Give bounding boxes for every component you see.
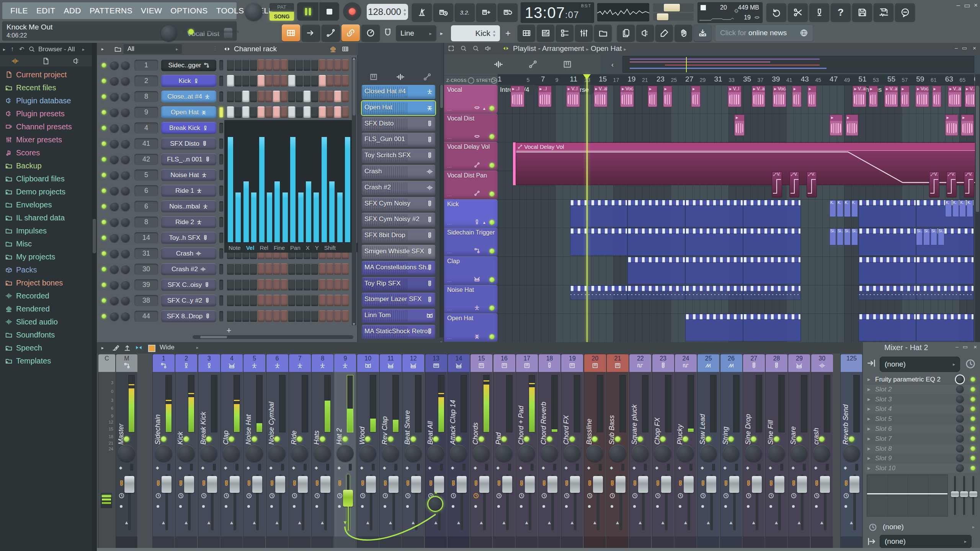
step-cell[interactable] xyxy=(281,279,287,290)
strip-fader-handle[interactable] xyxy=(729,476,739,493)
track-enable-led[interactable] xyxy=(489,163,495,168)
picker-item-sfx-8bit-drop[interactable]: SFX 8bit Drop xyxy=(362,229,435,243)
mixer-color-swatch[interactable] xyxy=(148,345,155,352)
corner-tab-audio[interactable] xyxy=(494,60,503,69)
mixer-strip-hat-2[interactable]: 9Hat 2◆▼ xyxy=(334,354,356,548)
strip-mute-speaker-icon[interactable] xyxy=(745,480,752,487)
mini-clip[interactable]: Si.. xyxy=(938,228,944,245)
step-cell[interactable] xyxy=(311,295,318,306)
step-cell[interactable] xyxy=(258,295,265,306)
mixer-strip-sidechain[interactable]: 1Sidechain◆▲ xyxy=(152,354,174,548)
fx-slot-3[interactable]: ▶Slot 3 xyxy=(864,395,979,404)
step-cell[interactable] xyxy=(227,295,234,306)
strip-fader-handle[interactable] xyxy=(849,476,859,493)
mixer-strip-noise-cymbal[interactable]: 6Noise Cymbal◆▲ xyxy=(266,354,288,548)
strip-sep-diamond[interactable]: ◆ xyxy=(292,465,295,470)
strip-route-arrow[interactable]: ▲ xyxy=(592,520,597,525)
velocity-bar[interactable] xyxy=(322,137,327,243)
audio-clip[interactable]: ▸ xyxy=(869,86,878,107)
browser-item-impulses[interactable]: Impulses xyxy=(0,224,92,237)
countdown-button[interactable]: 3.2. xyxy=(455,3,475,21)
step-cell[interactable] xyxy=(265,91,272,102)
strip-fader-handle[interactable] xyxy=(207,476,217,493)
fx-slot-led[interactable] xyxy=(970,416,975,421)
pattern-clip[interactable] xyxy=(627,228,685,256)
strip-fader-handle[interactable] xyxy=(389,476,399,493)
picker-tab-samples[interactable] xyxy=(396,73,405,81)
app-maximize-button[interactable]: ▭ xyxy=(964,2,970,10)
step-cell[interactable] xyxy=(273,91,280,102)
channel-mixer-track-number[interactable]: 38 xyxy=(134,295,158,306)
channel-volume-knob[interactable] xyxy=(121,233,130,242)
step-cell[interactable] xyxy=(273,263,280,275)
strip-header[interactable]: 7 xyxy=(289,354,311,372)
playlist-track-noise-hat[interactable]: Noise Hat… xyxy=(444,285,498,313)
browser-tab-files[interactable] xyxy=(42,57,49,65)
strip-plugin-delay-icon[interactable] xyxy=(178,492,184,499)
strip-enable-led[interactable] xyxy=(796,436,802,442)
track-menu-dots[interactable]: … xyxy=(447,106,452,112)
bpm-display[interactable]: 128.000▲▼ xyxy=(367,4,408,20)
strip-input-slot[interactable] xyxy=(644,464,647,471)
track-menu-dots[interactable]: … xyxy=(447,163,452,169)
step-cell[interactable] xyxy=(258,106,265,118)
strip-sep-diamond[interactable]: ◆ xyxy=(247,465,250,470)
track-enable-led[interactable] xyxy=(489,106,495,111)
strip-sep-diamond[interactable]: ◆ xyxy=(315,465,318,470)
strip-sep-diamond[interactable]: ◆ xyxy=(564,465,567,470)
plugin-picker-button[interactable] xyxy=(636,24,654,41)
strip-header[interactable]: 5 xyxy=(243,354,265,372)
pattern-clip[interactable] xyxy=(743,314,801,341)
step-cell[interactable] xyxy=(288,263,295,275)
mixer-strip-chord-fx[interactable]: 19Chord FX◆▲ xyxy=(561,354,583,548)
step-cell[interactable] xyxy=(273,75,280,86)
velocity-bar[interactable] xyxy=(306,181,311,243)
pl-select-icon[interactable] xyxy=(448,45,454,52)
step-cell[interactable] xyxy=(258,279,265,290)
panel-clock-caret[interactable]: ▸ xyxy=(972,524,975,530)
channel-mixer-track-number[interactable]: 8 xyxy=(134,217,158,228)
channel-mute-indicator[interactable] xyxy=(219,107,223,117)
track-enable-led[interactable] xyxy=(489,134,495,139)
strip-fader-handle[interactable] xyxy=(502,476,512,493)
channel-name-button[interactable]: Crash xyxy=(161,248,216,259)
velocity-bar[interactable] xyxy=(345,137,350,243)
step-cell[interactable] xyxy=(342,91,349,102)
strip-plugin-delay-icon[interactable] xyxy=(700,492,706,499)
strip-route-arrow[interactable]: ▲ xyxy=(501,520,506,525)
browser-back-icon[interactable]: ↶ xyxy=(19,46,24,53)
pattern-clip[interactable] xyxy=(570,228,628,256)
strip-header[interactable]: 125 xyxy=(841,354,862,372)
strip-enable-led[interactable] xyxy=(751,436,756,442)
channel-mixer-track-number[interactable]: 41 xyxy=(134,138,158,149)
strip-enable-led[interactable] xyxy=(274,436,280,442)
audio-clip[interactable]: ▸ xyxy=(807,86,817,107)
automation-clip-small[interactable]: V. xyxy=(964,171,974,197)
picker-item-sfx-disto[interactable]: SFX Disto xyxy=(362,117,435,131)
strip-sep-diamond[interactable]: ◆ xyxy=(769,465,772,470)
step-cell[interactable] xyxy=(304,91,310,102)
strip-pan-knob[interactable] xyxy=(314,445,331,462)
strip-pan-knob[interactable] xyxy=(609,445,626,462)
step-cell[interactable] xyxy=(304,106,310,118)
step-cell[interactable] xyxy=(296,310,303,322)
channel-mute-indicator[interactable] xyxy=(219,201,223,212)
channel-enable-led[interactable] xyxy=(101,94,106,99)
strip-route-arrow[interactable]: ▲ xyxy=(751,520,756,525)
strip-route-arrow[interactable]: ▲ xyxy=(774,520,779,525)
undo-button[interactable] xyxy=(766,3,786,21)
strip-plugin-delay-icon[interactable] xyxy=(291,492,298,499)
mini-clip[interactable]: K. xyxy=(952,200,959,217)
step-cell[interactable] xyxy=(242,279,249,290)
channel-mute-indicator[interactable] xyxy=(219,295,223,306)
mixer-strip-sine-drop[interactable]: 27Sine Drop◆▲ xyxy=(743,354,764,548)
strip-plugin-delay-icon[interactable] xyxy=(768,492,774,499)
oscilloscope[interactable] xyxy=(597,3,649,21)
fx-slot-mix-knob[interactable] xyxy=(956,425,964,433)
channel-name-button[interactable]: SFX Disto xyxy=(161,138,216,150)
step-cell[interactable] xyxy=(334,295,341,306)
strip-input-slot[interactable] xyxy=(712,464,715,471)
step-cell[interactable] xyxy=(304,75,310,86)
strip-header[interactable]: 10 xyxy=(357,354,379,372)
feedback-button[interactable] xyxy=(895,3,915,21)
